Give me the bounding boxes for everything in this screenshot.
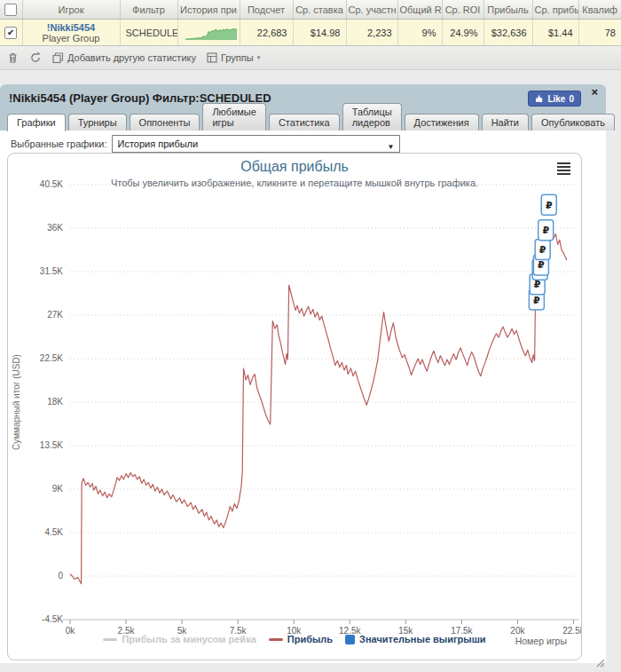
delete-button[interactable] [7,51,19,64]
filter-cell: SCHEDULED [120,20,177,46]
svg-text:₽: ₽ [546,200,553,211]
like-count: 0 [569,94,574,104]
refresh-icon [29,51,42,64]
player-name-link[interactable]: !Nikki5454 [28,22,114,33]
avg-profit-cell: $1.44 [532,20,578,46]
count-cell: 22,683 [240,20,293,46]
add-statistic-label: Добавить другую статистику [67,52,196,63]
svg-text:13.5K: 13.5K [40,440,63,450]
thumbs-up-icon [535,94,544,103]
trash-icon [7,51,19,64]
graph-select-value: История прибыли [117,138,198,149]
tab-2[interactable]: Турниры [68,114,127,130]
select-all-header[interactable] [0,0,22,20]
like-label: Like [547,94,565,104]
player-group-label: Player Group [28,33,114,43]
panel-header: !Nikki5454 (Player Group) Фильтр:SCHEDUL… [0,84,606,111]
row-select-cell: ✔ [0,20,22,46]
stats-table-header-row: ИгрокФильтрИстория приПодсчетСр. ставкаС… [0,0,621,20]
tab-8[interactable]: Найти [482,114,529,130]
svg-text:27K: 27K [47,310,63,320]
column-header: Ср. ROI [442,0,483,20]
chart-plot-area: -4.5K04.5K9K13.5K18K22.5K27K31.5K36K40.5… [8,154,581,660]
groups-icon [207,52,217,63]
legend-line-icon [103,638,117,641]
like-button[interactable]: Like 0 [528,91,581,107]
x-axis-title: Номер игры [515,636,567,646]
column-header: Игрок [22,0,120,20]
groups-label: Группы [221,52,254,63]
history-sparkline-cell[interactable] [177,20,240,46]
sharkscope-page: ИгрокФильтрИстория приПодсчетСр. ставкаС… [0,0,621,672]
tab-7[interactable]: Достижения [405,114,479,130]
legend-label: Прибыль [287,634,333,644]
graph-select[interactable]: История прибыли ▼ [112,135,400,153]
column-header: Ср. участн [346,0,397,20]
header-checkbox[interactable] [4,4,17,16]
total-roi-cell: 9% [397,20,442,46]
qualify-cell: 78 [578,20,621,46]
significant-win-marker[interactable]: ₽ [538,220,554,241]
legend-label: Прибыль за минусом рейка [122,634,255,644]
tab-strip: ГрафикиТурнирыОппонентыЛюбимые игрыСтати… [0,111,606,130]
tab-6[interactable]: Таблицы лидеров [342,103,402,130]
svg-text:-4.5K: -4.5K [42,614,63,624]
significant-win-marker[interactable]: ₽ [541,194,556,215]
player-stats-table: ИгрокФильтрИстория приПодсчетСр. ставкаС… [0,0,621,46]
legend-item[interactable]: Значительные выигрыши [345,634,486,644]
graph-selector-row: Выбранные графики: История прибыли ▼ [0,130,606,153]
avg-entrants-cell: 2,233 [346,20,397,46]
svg-text:9K: 9K [52,484,64,494]
avg-roi-cell: 24.9% [442,20,483,46]
svg-text:₽: ₽ [533,295,540,306]
svg-text:36K: 36K [47,223,63,233]
chart-legend: Прибыль за минусом рейкаПрибыльЗначитель… [8,634,581,644]
profit-cell: $32,636 [483,20,532,46]
svg-text:₽: ₽ [539,244,546,256]
avg-stake-cell: $14.98 [293,20,346,46]
profit-chart[interactable]: Общая прибыль Чтобы увеличить изображени… [7,153,582,660]
tab-9[interactable]: Опубликовать [531,114,615,130]
close-icon[interactable]: × [591,85,598,99]
player-cell: !Nikki5454Player Group [22,20,120,46]
svg-text:18K: 18K [47,397,63,407]
significant-win-marker[interactable]: ₽ [535,239,550,259]
add-statistic-button[interactable]: Добавить другую статистику [52,52,196,64]
copy-icon [52,52,64,64]
tab-1[interactable]: Графики [7,114,66,131]
graph-selector-label: Выбранные графики: [11,138,106,149]
row-checkbox[interactable]: ✔ [4,27,17,39]
column-header: Прибыль [483,0,532,20]
legend-line-icon [269,638,283,641]
chevron-down-icon: ▾ [257,54,261,61]
refresh-button[interactable] [29,51,42,64]
column-header: Квалиф [578,0,621,20]
svg-text:₽: ₽ [534,279,541,290]
groups-button[interactable]: Группы ▾ [207,52,260,63]
svg-text:₽: ₽ [542,225,549,236]
column-header: Фильтр [120,0,177,20]
column-header: Общий RO [397,0,442,20]
legend-square-icon [345,635,355,644]
column-header: Ср. ставка [293,0,346,20]
resize-grip[interactable] [595,658,605,668]
legend-label: Значительные выигрыши [359,634,486,644]
chart-menu-icon[interactable] [557,162,570,177]
table-row: ✔!Nikki5454Player GroupSCHEDULED22,683$1… [0,20,621,46]
legend-item[interactable]: Прибыль [269,634,333,644]
chart-subtitle: Чтобы увеличить изображение, кликните и … [8,178,581,188]
column-header: Подсчет [240,0,293,20]
svg-text:0: 0 [58,571,63,581]
column-header: Ср. прибы [532,0,578,20]
svg-text:22.5K: 22.5K [40,353,63,363]
legend-item[interactable]: Прибыль за минусом рейка [103,634,255,644]
stats-toolbar: Добавить другую статистику Группы ▾ [0,46,621,70]
profit-line [70,225,567,584]
tab-5[interactable]: Статистика [269,114,340,130]
svg-text:4.5K: 4.5K [44,527,63,537]
player-panel: !Nikki5454 (Player Group) Фильтр:SCHEDUL… [0,84,606,663]
tab-3[interactable]: Оппоненты [130,114,200,130]
tab-4[interactable]: Любимые игры [202,103,266,130]
svg-text:31.5K: 31.5K [40,266,63,276]
profit-sparkline [184,22,239,42]
